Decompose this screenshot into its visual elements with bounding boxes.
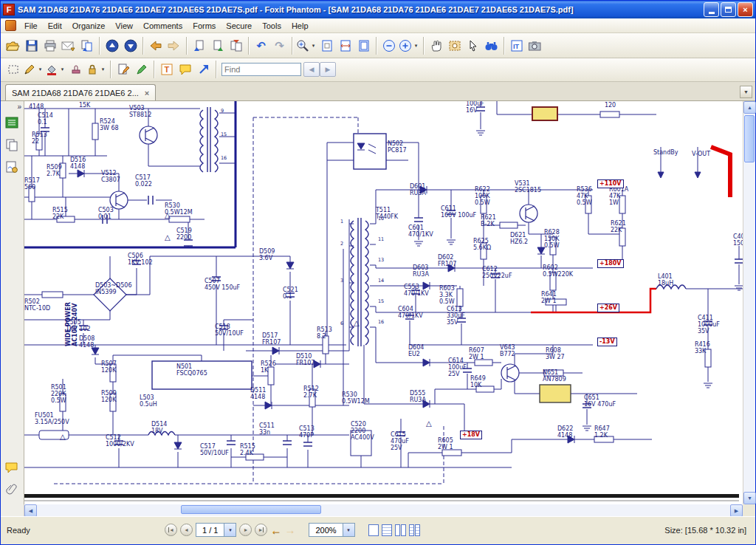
bookmarks-panel-button[interactable] bbox=[3, 114, 21, 131]
edit-document-button[interactable] bbox=[114, 60, 132, 79]
previous-view-status-button[interactable]: ← bbox=[270, 524, 281, 536]
stamp-tool-button[interactable] bbox=[66, 60, 85, 79]
email-icon bbox=[61, 39, 75, 52]
facing-layout-button[interactable] bbox=[395, 524, 406, 536]
comments-panel-button[interactable] bbox=[3, 459, 21, 476]
undo-button[interactable]: ↶ bbox=[252, 36, 270, 55]
last-page-button[interactable]: ▸ bbox=[255, 524, 267, 536]
replace-pages-button[interactable] bbox=[227, 36, 245, 55]
single-page-layout-button[interactable] bbox=[368, 524, 379, 536]
find-next-button[interactable]: ▶ bbox=[320, 62, 336, 77]
zoom-combo[interactable]: 200% ▾ bbox=[309, 523, 354, 537]
close-button[interactable]: × bbox=[738, 2, 753, 17]
find-input[interactable] bbox=[221, 63, 301, 76]
dropdown-icon[interactable]: ▾ bbox=[59, 66, 66, 72]
redo-button[interactable]: ↷ bbox=[270, 36, 289, 55]
dropdown-icon[interactable]: ▾ bbox=[37, 66, 44, 72]
select-text-button[interactable]: IT bbox=[507, 36, 526, 55]
next-page-button[interactable]: ▸ bbox=[239, 524, 252, 536]
zoom-in-button[interactable]: ▾ bbox=[398, 36, 420, 55]
next-view-button[interactable] bbox=[165, 36, 183, 55]
pencil-tool-button[interactable]: ▾ bbox=[22, 60, 44, 79]
edit-object-button[interactable] bbox=[132, 60, 151, 79]
document-page[interactable]: 414815KV503 ST8812C514 0.1R524 3W 68R513… bbox=[24, 101, 743, 504]
page-down-button[interactable] bbox=[121, 36, 140, 55]
menu-secure[interactable]: Secure bbox=[221, 19, 257, 32]
restore-button[interactable] bbox=[721, 2, 736, 17]
save-button[interactable] bbox=[22, 36, 41, 55]
vertical-scroll-thumb[interactable] bbox=[744, 115, 755, 162]
fit-width-button[interactable] bbox=[336, 36, 354, 55]
dropdown-icon[interactable]: ▾ bbox=[413, 43, 419, 49]
menu-file[interactable]: File bbox=[19, 19, 43, 32]
tab-list-button[interactable]: ▼ bbox=[740, 86, 752, 98]
dropdown-icon[interactable]: ▾ bbox=[100, 66, 106, 72]
zoom-out-button[interactable] bbox=[379, 36, 398, 55]
insert-pages-button[interactable] bbox=[190, 36, 208, 55]
marquee-zoom-button[interactable]: ▾ bbox=[295, 36, 317, 55]
menu-tools[interactable]: Tools bbox=[257, 19, 286, 32]
menu-organize[interactable]: Organize bbox=[67, 19, 111, 32]
document-tab[interactable]: SAM 21DA68 21DA76 21DAE6 2... × bbox=[5, 84, 156, 100]
attachments-panel-button[interactable] bbox=[3, 481, 21, 498]
extract-pages-button[interactable] bbox=[208, 36, 227, 55]
panel-expand-chevron[interactable]: » bbox=[17, 103, 21, 111]
menu-forms[interactable]: Forms bbox=[188, 19, 221, 32]
snapshot-button[interactable] bbox=[445, 36, 464, 55]
note-button[interactable] bbox=[176, 60, 194, 79]
fit-page-button[interactable] bbox=[354, 36, 373, 55]
next-view-status-button[interactable]: → bbox=[284, 524, 295, 536]
title-bar[interactable]: F SAM 21DA68 21DA76 21DAE6 21DAE7 21DAE6… bbox=[1, 1, 755, 18]
menu-help[interactable]: Help bbox=[286, 19, 314, 32]
scroll-up-icon[interactable]: ▲ bbox=[743, 101, 756, 114]
previous-view-button[interactable] bbox=[146, 36, 165, 55]
dropdown-icon[interactable]: ▾ bbox=[310, 43, 317, 49]
textbox-button[interactable]: T bbox=[157, 60, 176, 79]
dropdown-icon[interactable]: ▾ bbox=[224, 524, 236, 536]
open-folder-icon bbox=[6, 39, 20, 52]
convert-button[interactable] bbox=[78, 36, 96, 55]
zoom-out-icon bbox=[382, 39, 396, 52]
color-tool-button[interactable]: ▾ bbox=[44, 60, 66, 79]
link-arrow-button[interactable] bbox=[194, 60, 213, 79]
continuous-layout-button[interactable] bbox=[382, 524, 392, 536]
minimize-button[interactable] bbox=[704, 2, 719, 17]
page-number-combo[interactable]: 1 / 1 ▾ bbox=[196, 523, 236, 537]
foxit-app-icon[interactable]: F bbox=[3, 4, 15, 16]
previous-page-button[interactable]: ◂ bbox=[180, 524, 193, 536]
open-button[interactable] bbox=[4, 36, 22, 55]
scroll-right-icon[interactable]: ▶ bbox=[730, 504, 743, 517]
horizontal-scrollbar[interactable]: ◀ ▶ bbox=[24, 504, 743, 516]
search-button[interactable] bbox=[482, 36, 501, 55]
first-page-button[interactable]: ◂ bbox=[165, 524, 177, 536]
back-arrow-icon bbox=[148, 39, 162, 52]
select-tool-button[interactable] bbox=[464, 36, 482, 55]
select-annotation-button[interactable] bbox=[4, 60, 22, 79]
tab-close-icon[interactable]: × bbox=[145, 89, 149, 97]
continuous-facing-layout-button[interactable] bbox=[409, 524, 420, 536]
vertical-scrollbar[interactable]: ▲ ▼ bbox=[743, 101, 755, 504]
find-previous-button[interactable]: ◀ bbox=[303, 62, 320, 77]
menu-edit[interactable]: Edit bbox=[43, 19, 67, 32]
camera-button[interactable] bbox=[526, 36, 544, 55]
email-button[interactable] bbox=[59, 36, 78, 55]
scroll-down-icon[interactable]: ▼ bbox=[743, 492, 756, 504]
menu-comments[interactable]: Comments bbox=[138, 19, 188, 32]
scroll-left-icon[interactable]: ◀ bbox=[24, 504, 37, 517]
horizontal-scroll-thumb[interactable] bbox=[181, 505, 321, 514]
dropdown-icon[interactable]: ▾ bbox=[343, 524, 354, 536]
schematic-canvas[interactable] bbox=[24, 101, 743, 504]
menu-items: FileEditOrganizeViewCommentsFormsSecureT… bbox=[19, 19, 314, 32]
select-text-icon: IT bbox=[510, 39, 523, 52]
pages-panel-button[interactable] bbox=[3, 136, 21, 154]
signatures-panel-button[interactable] bbox=[3, 158, 21, 176]
menu-bar: FileEditOrganizeViewCommentsFormsSecureT… bbox=[1, 18, 755, 34]
menu-view[interactable]: View bbox=[110, 19, 138, 32]
secure-lock-button[interactable]: ▾ bbox=[85, 60, 107, 79]
zoom-value: 200% bbox=[309, 526, 342, 535]
print-button[interactable] bbox=[41, 36, 59, 55]
hand-tool-button[interactable] bbox=[427, 36, 445, 55]
actual-size-button[interactable] bbox=[317, 36, 336, 55]
page-down-icon bbox=[124, 39, 137, 52]
page-up-button[interactable] bbox=[103, 36, 121, 55]
